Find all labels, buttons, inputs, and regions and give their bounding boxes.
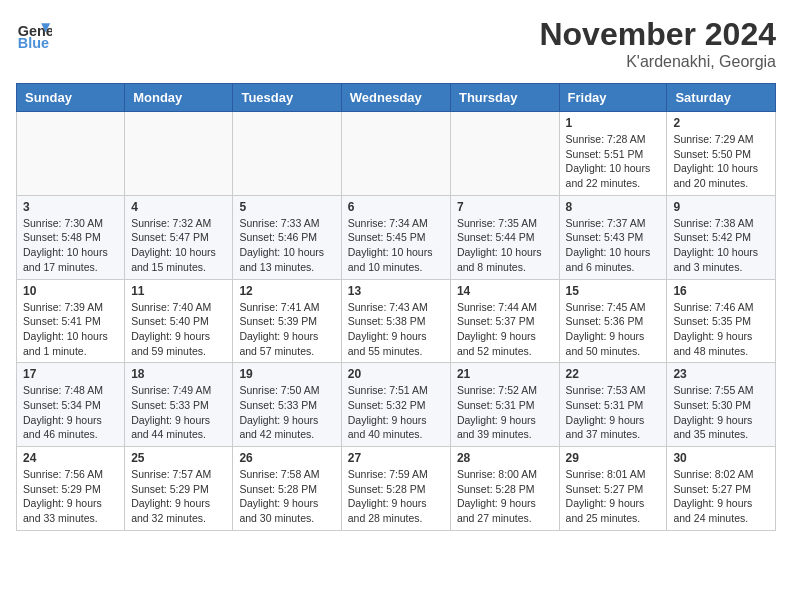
logo-icon: General Blue <box>16 16 52 52</box>
day-number: 8 <box>566 200 661 214</box>
cell-sun-info: Sunrise: 7:59 AM Sunset: 5:28 PM Dayligh… <box>348 467 444 526</box>
day-number: 10 <box>23 284 118 298</box>
day-number: 9 <box>673 200 769 214</box>
weekday-header-saturday: Saturday <box>667 84 776 112</box>
day-number: 28 <box>457 451 553 465</box>
calendar-cell: 26Sunrise: 7:58 AM Sunset: 5:28 PM Dayli… <box>233 447 341 531</box>
calendar-cell: 4Sunrise: 7:32 AM Sunset: 5:47 PM Daylig… <box>125 195 233 279</box>
calendar-cell: 12Sunrise: 7:41 AM Sunset: 5:39 PM Dayli… <box>233 279 341 363</box>
calendar-cell: 8Sunrise: 7:37 AM Sunset: 5:43 PM Daylig… <box>559 195 667 279</box>
calendar-cell: 6Sunrise: 7:34 AM Sunset: 5:45 PM Daylig… <box>341 195 450 279</box>
day-number: 29 <box>566 451 661 465</box>
cell-sun-info: Sunrise: 7:51 AM Sunset: 5:32 PM Dayligh… <box>348 383 444 442</box>
calendar-cell: 2Sunrise: 7:29 AM Sunset: 5:50 PM Daylig… <box>667 112 776 196</box>
calendar-cell: 19Sunrise: 7:50 AM Sunset: 5:33 PM Dayli… <box>233 363 341 447</box>
weekday-header-row: SundayMondayTuesdayWednesdayThursdayFrid… <box>17 84 776 112</box>
cell-sun-info: Sunrise: 7:33 AM Sunset: 5:46 PM Dayligh… <box>239 216 334 275</box>
day-number: 6 <box>348 200 444 214</box>
calendar-cell: 25Sunrise: 7:57 AM Sunset: 5:29 PM Dayli… <box>125 447 233 531</box>
calendar-cell: 17Sunrise: 7:48 AM Sunset: 5:34 PM Dayli… <box>17 363 125 447</box>
cell-sun-info: Sunrise: 7:39 AM Sunset: 5:41 PM Dayligh… <box>23 300 118 359</box>
cell-sun-info: Sunrise: 7:35 AM Sunset: 5:44 PM Dayligh… <box>457 216 553 275</box>
calendar-cell: 27Sunrise: 7:59 AM Sunset: 5:28 PM Dayli… <box>341 447 450 531</box>
calendar-cell: 28Sunrise: 8:00 AM Sunset: 5:28 PM Dayli… <box>450 447 559 531</box>
weekday-header-monday: Monday <box>125 84 233 112</box>
cell-sun-info: Sunrise: 7:34 AM Sunset: 5:45 PM Dayligh… <box>348 216 444 275</box>
calendar-cell: 30Sunrise: 8:02 AM Sunset: 5:27 PM Dayli… <box>667 447 776 531</box>
day-number: 18 <box>131 367 226 381</box>
week-row-3: 10Sunrise: 7:39 AM Sunset: 5:41 PM Dayli… <box>17 279 776 363</box>
day-number: 22 <box>566 367 661 381</box>
day-number: 14 <box>457 284 553 298</box>
calendar-cell: 9Sunrise: 7:38 AM Sunset: 5:42 PM Daylig… <box>667 195 776 279</box>
weekday-header-sunday: Sunday <box>17 84 125 112</box>
calendar-cell: 13Sunrise: 7:43 AM Sunset: 5:38 PM Dayli… <box>341 279 450 363</box>
day-number: 30 <box>673 451 769 465</box>
day-number: 4 <box>131 200 226 214</box>
day-number: 23 <box>673 367 769 381</box>
calendar-cell: 23Sunrise: 7:55 AM Sunset: 5:30 PM Dayli… <box>667 363 776 447</box>
cell-sun-info: Sunrise: 7:38 AM Sunset: 5:42 PM Dayligh… <box>673 216 769 275</box>
cell-sun-info: Sunrise: 7:56 AM Sunset: 5:29 PM Dayligh… <box>23 467 118 526</box>
cell-sun-info: Sunrise: 7:30 AM Sunset: 5:48 PM Dayligh… <box>23 216 118 275</box>
calendar-cell: 24Sunrise: 7:56 AM Sunset: 5:29 PM Dayli… <box>17 447 125 531</box>
cell-sun-info: Sunrise: 7:45 AM Sunset: 5:36 PM Dayligh… <box>566 300 661 359</box>
cell-sun-info: Sunrise: 7:43 AM Sunset: 5:38 PM Dayligh… <box>348 300 444 359</box>
day-number: 20 <box>348 367 444 381</box>
cell-sun-info: Sunrise: 7:55 AM Sunset: 5:30 PM Dayligh… <box>673 383 769 442</box>
day-number: 21 <box>457 367 553 381</box>
cell-sun-info: Sunrise: 7:40 AM Sunset: 5:40 PM Dayligh… <box>131 300 226 359</box>
cell-sun-info: Sunrise: 7:32 AM Sunset: 5:47 PM Dayligh… <box>131 216 226 275</box>
weekday-header-friday: Friday <box>559 84 667 112</box>
weekday-header-wednesday: Wednesday <box>341 84 450 112</box>
cell-sun-info: Sunrise: 7:28 AM Sunset: 5:51 PM Dayligh… <box>566 132 661 191</box>
day-number: 13 <box>348 284 444 298</box>
page-header: General Blue November 2024 K'ardenakhi, … <box>16 16 776 71</box>
month-title: November 2024 <box>539 16 776 53</box>
cell-sun-info: Sunrise: 7:41 AM Sunset: 5:39 PM Dayligh… <box>239 300 334 359</box>
cell-sun-info: Sunrise: 7:29 AM Sunset: 5:50 PM Dayligh… <box>673 132 769 191</box>
cell-sun-info: Sunrise: 7:52 AM Sunset: 5:31 PM Dayligh… <box>457 383 553 442</box>
cell-sun-info: Sunrise: 7:53 AM Sunset: 5:31 PM Dayligh… <box>566 383 661 442</box>
day-number: 24 <box>23 451 118 465</box>
cell-sun-info: Sunrise: 8:00 AM Sunset: 5:28 PM Dayligh… <box>457 467 553 526</box>
calendar-cell <box>125 112 233 196</box>
location: K'ardenakhi, Georgia <box>539 53 776 71</box>
cell-sun-info: Sunrise: 8:01 AM Sunset: 5:27 PM Dayligh… <box>566 467 661 526</box>
calendar-cell: 14Sunrise: 7:44 AM Sunset: 5:37 PM Dayli… <box>450 279 559 363</box>
day-number: 1 <box>566 116 661 130</box>
cell-sun-info: Sunrise: 7:44 AM Sunset: 5:37 PM Dayligh… <box>457 300 553 359</box>
calendar-cell: 3Sunrise: 7:30 AM Sunset: 5:48 PM Daylig… <box>17 195 125 279</box>
calendar-cell: 20Sunrise: 7:51 AM Sunset: 5:32 PM Dayli… <box>341 363 450 447</box>
calendar-cell: 5Sunrise: 7:33 AM Sunset: 5:46 PM Daylig… <box>233 195 341 279</box>
day-number: 11 <box>131 284 226 298</box>
cell-sun-info: Sunrise: 8:02 AM Sunset: 5:27 PM Dayligh… <box>673 467 769 526</box>
week-row-1: 1Sunrise: 7:28 AM Sunset: 5:51 PM Daylig… <box>17 112 776 196</box>
calendar-cell <box>341 112 450 196</box>
calendar-cell: 21Sunrise: 7:52 AM Sunset: 5:31 PM Dayli… <box>450 363 559 447</box>
calendar-cell: 7Sunrise: 7:35 AM Sunset: 5:44 PM Daylig… <box>450 195 559 279</box>
cell-sun-info: Sunrise: 7:49 AM Sunset: 5:33 PM Dayligh… <box>131 383 226 442</box>
calendar-table: SundayMondayTuesdayWednesdayThursdayFrid… <box>16 83 776 531</box>
day-number: 2 <box>673 116 769 130</box>
calendar-cell: 22Sunrise: 7:53 AM Sunset: 5:31 PM Dayli… <box>559 363 667 447</box>
cell-sun-info: Sunrise: 7:37 AM Sunset: 5:43 PM Dayligh… <box>566 216 661 275</box>
week-row-2: 3Sunrise: 7:30 AM Sunset: 5:48 PM Daylig… <box>17 195 776 279</box>
day-number: 26 <box>239 451 334 465</box>
calendar-cell: 1Sunrise: 7:28 AM Sunset: 5:51 PM Daylig… <box>559 112 667 196</box>
day-number: 15 <box>566 284 661 298</box>
cell-sun-info: Sunrise: 7:50 AM Sunset: 5:33 PM Dayligh… <box>239 383 334 442</box>
calendar-cell: 18Sunrise: 7:49 AM Sunset: 5:33 PM Dayli… <box>125 363 233 447</box>
cell-sun-info: Sunrise: 7:48 AM Sunset: 5:34 PM Dayligh… <box>23 383 118 442</box>
day-number: 27 <box>348 451 444 465</box>
calendar-cell <box>450 112 559 196</box>
cell-sun-info: Sunrise: 7:57 AM Sunset: 5:29 PM Dayligh… <box>131 467 226 526</box>
cell-sun-info: Sunrise: 7:58 AM Sunset: 5:28 PM Dayligh… <box>239 467 334 526</box>
day-number: 19 <box>239 367 334 381</box>
day-number: 17 <box>23 367 118 381</box>
day-number: 12 <box>239 284 334 298</box>
day-number: 25 <box>131 451 226 465</box>
title-block: November 2024 K'ardenakhi, Georgia <box>539 16 776 71</box>
logo: General Blue <box>16 16 52 52</box>
calendar-cell: 10Sunrise: 7:39 AM Sunset: 5:41 PM Dayli… <box>17 279 125 363</box>
